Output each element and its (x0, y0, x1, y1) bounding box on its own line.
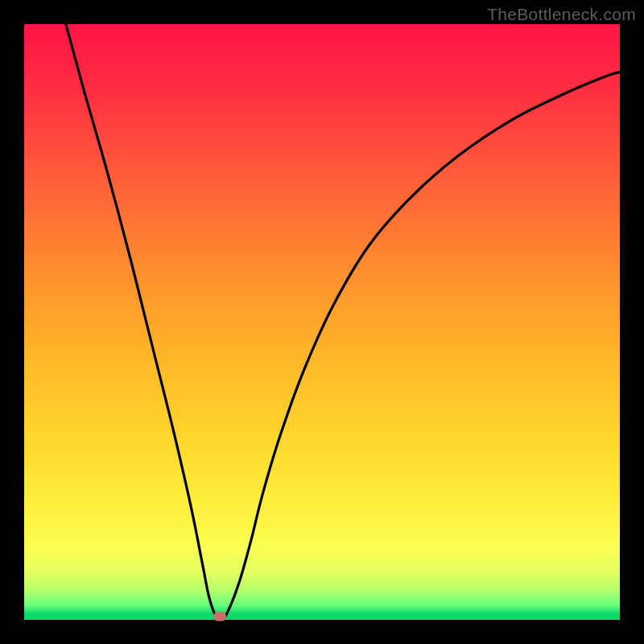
watermark-label: TheBottleneck.com (487, 5, 636, 24)
chart-frame: TheBottleneck.com (0, 0, 644, 644)
chart-curve (66, 24, 620, 620)
chart-curve-layer (24, 24, 620, 620)
chart-plot-area (24, 24, 620, 620)
